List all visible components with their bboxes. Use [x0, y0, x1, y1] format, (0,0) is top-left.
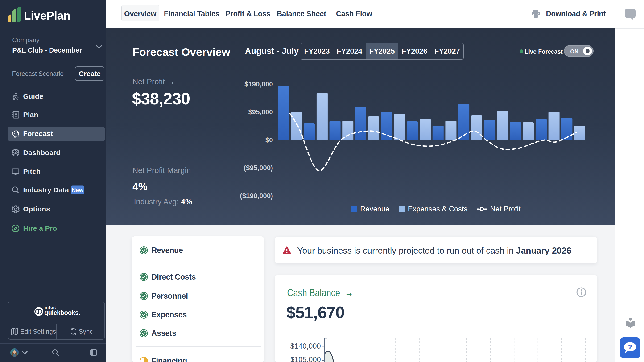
svg-text:?: ? [628, 343, 632, 351]
svg-text:$0: $0 [266, 136, 273, 144]
svg-text:($95,000): ($95,000) [244, 164, 273, 172]
svg-text:$105,000: $105,000 [290, 356, 321, 362]
svg-text:($190,000): ($190,000) [240, 192, 273, 200]
svg-text:$95,000: $95,000 [248, 108, 273, 116]
svg-text:$140,000: $140,000 [290, 342, 321, 350]
svg-text:$190,000: $190,000 [244, 80, 273, 88]
